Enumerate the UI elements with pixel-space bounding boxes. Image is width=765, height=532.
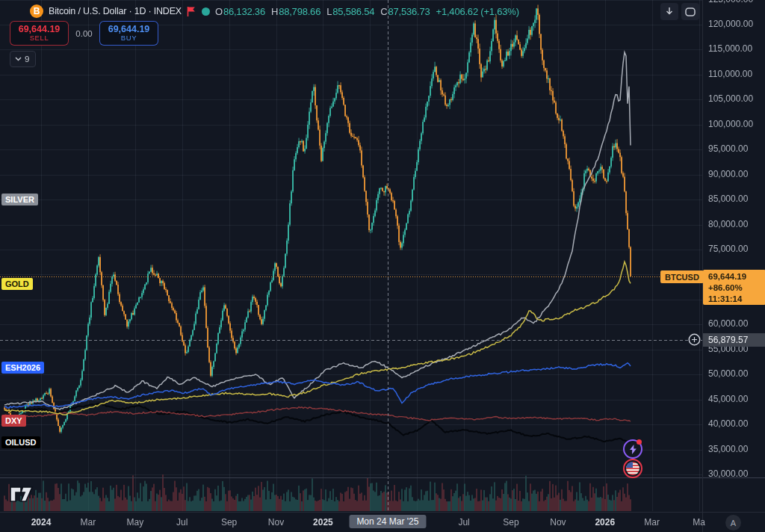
- price-tick-label: 115,000.00: [708, 43, 752, 54]
- download-arrow-icon: [665, 7, 674, 16]
- chevron-down-icon: [15, 57, 22, 61]
- time-tick-label: Mar: [81, 517, 96, 528]
- price-tick-label: 110,000.00: [708, 69, 752, 79]
- ohlc-high-label: H: [271, 6, 278, 17]
- price-tick-label: 85,000.00: [708, 194, 748, 204]
- ohlc-change: +1,406.62 (+1.63%): [436, 6, 519, 17]
- notification-dot: [637, 439, 642, 445]
- btc-symbol-chip: BTCUSD: [660, 270, 704, 283]
- economic-events-button[interactable]: [623, 459, 642, 478]
- ohlc-low-label: L: [326, 6, 332, 17]
- download-button[interactable]: [660, 3, 678, 20]
- fullscreen-button[interactable]: [681, 3, 699, 20]
- btc-badge-change: +86.60%: [708, 282, 765, 294]
- price-tick-label: 40,000.00: [708, 418, 748, 429]
- btc-badge-price: 69,644.19: [708, 271, 765, 282]
- time-tick-label: Mar: [644, 517, 660, 528]
- time-tick-label: Jul: [458, 517, 469, 528]
- sell-label: SELL: [30, 34, 49, 43]
- lightning-bolt-icon: [629, 445, 637, 454]
- trading-chart-window: { "header": { "title": "Bitcoin / U.S. D…: [0, 0, 765, 532]
- symbol-legend: B Bitcoin / U.S. Dollar · 1D · INDEX O86…: [30, 4, 519, 19]
- time-tick-label: 2025: [313, 517, 333, 528]
- buy-label: BUY: [121, 34, 137, 43]
- series-label-gold[interactable]: GOLD: [1, 278, 33, 290]
- market-status-dot-icon: [202, 7, 210, 16]
- legend-collapse-chip[interactable]: 9: [10, 51, 36, 67]
- trade-panel: 69,644.19 SELL 0.00 69,644.19 BUY: [10, 21, 158, 46]
- btc-badge-countdown: 11:31:14: [708, 294, 765, 305]
- tradingview-logo[interactable]: [9, 485, 34, 507]
- ohlc-open-label: O: [215, 6, 223, 17]
- price-tick-label: 125,000.00: [708, 0, 753, 4]
- price-axis[interactable]: 10 K 30,000.0035,000.0040,000.0045,000.0…: [702, 0, 765, 532]
- buy-price: 69,644.19: [108, 24, 150, 34]
- price-tick-label: 90,000.00: [708, 169, 748, 179]
- flag-icon[interactable]: [187, 6, 196, 17]
- spread-value: 0.00: [69, 29, 99, 38]
- key-events-button[interactable]: [623, 439, 642, 459]
- ohlc-readout: O86,132.36 H88,798.66 L85,586.54 C87,536…: [215, 6, 519, 17]
- price-tick-label: 30,000.00: [708, 468, 748, 479]
- price-tick-label: 100,000.00: [708, 119, 753, 129]
- time-tick-label: Sep: [221, 517, 237, 528]
- price-tick-label: 120,000.00: [708, 19, 753, 29]
- symbol-title[interactable]: Bitcoin / U.S. Dollar · 1D · INDEX: [49, 6, 182, 16]
- time-tick-label: 2026: [595, 517, 615, 528]
- sell-button[interactable]: 69,644.19 SELL: [10, 21, 69, 46]
- ohlc-high-value: 88,798.66: [279, 6, 320, 17]
- time-tick-label: Nov: [268, 517, 284, 528]
- series-label-silver[interactable]: SILVER: [1, 194, 38, 205]
- ohlc-close-label: C: [380, 6, 387, 17]
- crosshair-price-badge: 56,879.57: [703, 333, 765, 347]
- bitcoin-icon: B: [30, 4, 43, 18]
- price-tick-label: 60,000.00: [708, 318, 748, 329]
- us-flag-icon: [626, 462, 639, 475]
- price-tick-label: 50,000.00: [708, 368, 748, 379]
- time-tick-label: Jul: [176, 517, 188, 528]
- price-tick-label: 95,000.00: [708, 143, 748, 154]
- price-tick-label: 45,000.00: [708, 394, 748, 404]
- price-tick-label: 80,000.00: [708, 219, 748, 229]
- crosshair-date-badge: Mon 24 Mar '25: [349, 515, 426, 528]
- price-tick-label: 75,000.00: [708, 244, 748, 254]
- price-chart-canvas[interactable]: [0, 0, 765, 532]
- time-tick-label: Nov: [550, 517, 566, 528]
- price-tick-label: 105,000.00: [708, 93, 753, 104]
- price-tick-label: 35,000.00: [708, 444, 748, 454]
- buy-button[interactable]: 69,644.19 BUY: [99, 21, 158, 46]
- legend-chip-count: 9: [25, 55, 29, 64]
- series-label-dxy[interactable]: DXY: [1, 415, 26, 427]
- ohlc-open-value: 86,132.36: [223, 6, 265, 17]
- crosshair-plus-button[interactable]: [688, 333, 701, 349]
- series-label-esh2026[interactable]: ESH2026: [1, 362, 44, 374]
- sell-price: 69,644.19: [19, 24, 61, 34]
- ohlc-low-value: 85,586.54: [332, 6, 374, 17]
- ohlc-close-value: 87,536.73: [388, 6, 430, 17]
- time-axis[interactable]: 2024MarMayJulSepNov2025Mon 24 Mar '25Jul…: [0, 512, 765, 532]
- time-tick-label: May: [126, 517, 143, 528]
- time-tick-label: Ma: [693, 517, 705, 528]
- fullscreen-frame-icon: [685, 7, 696, 16]
- time-tick-label: Sep: [503, 517, 518, 528]
- time-tick-label: 2024: [31, 517, 52, 528]
- btc-last-price-badge: 69,644.19 +86.60% 11:31:14: [703, 270, 765, 305]
- series-label-oilusd[interactable]: OILUSD: [1, 436, 40, 448]
